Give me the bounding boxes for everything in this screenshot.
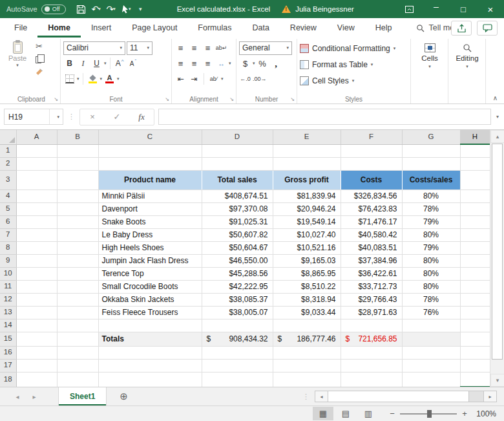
save-button[interactable] [75,1,88,17]
accounting-dropdown-icon[interactable]: ▾ [253,61,255,66]
cell[interactable] [57,293,98,306]
cell[interactable] [460,228,490,241]
row-header[interactable]: 15 [0,332,16,346]
cell-ratio[interactable]: 79% [402,241,460,254]
align-bottom-button[interactable]: ≡ [202,41,214,54]
cell[interactable] [98,372,202,387]
row-header[interactable]: 3 [0,170,16,189]
cell[interactable] [57,228,98,241]
cell[interactable] [341,359,402,372]
cell-profit[interactable]: $10,521.16 [273,241,341,254]
cell-costs[interactable]: $37,384.96 [341,254,402,267]
cells-button[interactable]: Cells ▾ [414,40,446,69]
comments-button[interactable] [477,21,498,36]
comma-style-button[interactable]: , [270,57,282,70]
table-header-total-sales[interactable]: Total sales [202,170,273,189]
borders-button[interactable] [63,72,76,85]
cell-ratio[interactable]: 80% [402,254,460,267]
customize-qat-button[interactable]: ▾ [134,1,147,17]
cell[interactable] [402,332,460,346]
redo-dropdown-icon[interactable]: ▾ [113,6,116,12]
cut-button[interactable]: ✂ [33,40,45,52]
normal-view-button[interactable]: ▦ [313,407,333,420]
cell-profit[interactable]: $9,165.03 [273,254,341,267]
share-button[interactable] [451,21,472,36]
cell[interactable] [16,189,57,202]
align-right-button[interactable]: ≡ [202,57,214,70]
cell[interactable] [460,144,490,157]
format-painter-button[interactable] [33,66,45,78]
cell[interactable] [460,267,490,280]
font-size-select[interactable]: 11▾ [127,41,152,55]
cell-totals-costs[interactable]: $721,656.85 [341,332,402,346]
row-header[interactable]: 13 [0,306,16,319]
cell[interactable] [460,332,490,346]
cell[interactable] [57,267,98,280]
autosave-toggle[interactable]: Off [41,5,66,14]
sheet-nav-left-icon[interactable]: ◂ [9,393,26,400]
page-layout-view-button[interactable]: ▤ [335,407,356,420]
column-header-c[interactable]: C [98,130,202,144]
row-header[interactable]: 1 [0,144,16,157]
cell[interactable] [57,241,98,254]
row-header[interactable]: 17 [0,359,16,372]
cell[interactable] [16,157,57,170]
cell-ratio[interactable]: 76% [402,306,460,319]
cell-sales[interactable]: $42,222.95 [202,280,273,293]
number-format-select[interactable]: General▾ [239,41,292,55]
cell[interactable] [202,372,273,387]
increase-decimal-button[interactable]: ←.0 [239,72,251,85]
cell[interactable] [273,372,341,387]
cell[interactable] [402,157,460,170]
cell[interactable] [57,144,98,157]
autosave-control[interactable]: AutoSave Off [6,5,66,14]
row-header[interactable]: 9 [0,254,16,267]
decrease-font-size-button[interactable]: Aˇ [127,57,140,70]
orientation-button[interactable]: ab∕ [207,72,220,85]
cell[interactable] [341,372,402,387]
cell-product[interactable]: Davenport [98,202,202,215]
borders-dropdown-icon[interactable]: ▾ [77,76,79,81]
vertical-scroll-thumb[interactable] [492,144,503,360]
cell[interactable] [16,306,57,319]
cell-profit[interactable]: $19,549.14 [273,215,341,228]
cell[interactable] [98,144,202,157]
cell[interactable] [460,215,490,228]
cell-sales[interactable]: $91,025.31 [202,215,273,228]
cell-sales[interactable]: $45,288.56 [202,267,273,280]
row-header[interactable]: 8 [0,241,16,254]
cell[interactable] [16,372,57,387]
horizontal-scroll-thumb[interactable] [328,391,469,402]
insert-function-button[interactable]: fx [129,112,154,122]
column-header-d[interactable]: D [202,130,273,144]
vertical-scrollbar[interactable]: ▴ ▾ [490,130,504,387]
clipboard-dialog-launcher[interactable]: ↘ [54,96,58,102]
cell[interactable] [16,359,57,372]
cell-costs[interactable]: $36,422.61 [341,267,402,280]
undo-dropdown-icon[interactable]: ▾ [98,6,101,12]
selected-cell-border[interactable] [460,372,490,387]
zoom-out-button[interactable]: − [388,409,397,418]
cell[interactable] [460,280,490,293]
paste-dropdown-icon[interactable]: ▾ [16,63,19,68]
table-header-costs[interactable]: Costs [341,170,402,189]
cell-ratio[interactable]: 79% [402,215,460,228]
enter-button[interactable]: ✓ [105,112,129,122]
tab-data[interactable]: Data [242,18,279,38]
cell-costs[interactable]: $71,476.17 [341,215,402,228]
sheet-nav-right-icon[interactable]: ▸ [26,393,43,400]
cell[interactable] [57,280,98,293]
table-header-costs-sales[interactable]: Costs/sales [402,170,460,189]
row-header[interactable]: 11 [0,280,16,293]
cell[interactable] [402,372,460,387]
cell[interactable] [98,319,202,332]
row-header[interactable]: 10 [0,267,16,280]
cell-sales[interactable]: $46,550.00 [202,254,273,267]
cell[interactable] [460,319,490,332]
cell-product[interactable]: Le Baby Dress [98,228,202,241]
horizontal-scroll-track[interactable] [328,391,483,402]
cell[interactable] [202,144,273,157]
cell[interactable] [16,254,57,267]
name-box[interactable]: H19 ▾ [4,109,63,125]
underline-button[interactable]: U [90,57,103,70]
